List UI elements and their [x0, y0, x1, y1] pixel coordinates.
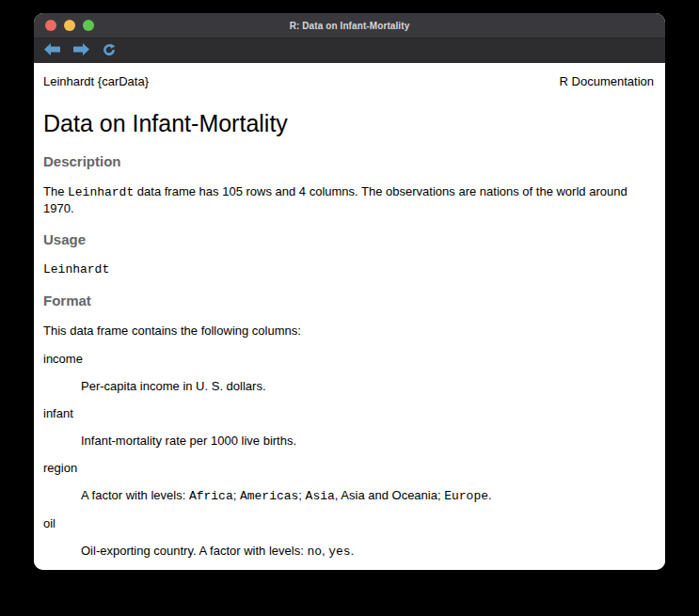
field-desc-income: Per-capita income in U. S. dollars.: [81, 379, 654, 393]
desktop-background: { "titlebar": { "title": "R: Data on Inf…: [0, 0, 699, 616]
field-term-income: income: [43, 352, 654, 366]
page-title: Data on Infant-Mortality: [43, 110, 654, 137]
code-asia: Asia: [306, 489, 335, 503]
code-yes: yes: [328, 545, 350, 559]
description-text: The Leinhardt data frame has 105 rows an…: [43, 183, 654, 216]
usage-code: Leinhardt: [43, 261, 654, 277]
format-intro: This data frame contains the following c…: [43, 323, 654, 339]
field-desc-oil: Oil-exporting country. A factor with lev…: [81, 544, 654, 559]
region-text-part: ;: [298, 488, 305, 502]
region-text-part: .: [488, 488, 492, 502]
usage-heading: Usage: [43, 231, 654, 247]
forward-button[interactable]: [70, 41, 93, 60]
oil-text-part: .: [351, 544, 355, 558]
field-term-oil: oil: [43, 516, 654, 530]
code-leinhardt: Leinhardt: [68, 185, 134, 199]
refresh-button[interactable]: [99, 41, 119, 61]
field-term-infant: infant: [43, 406, 654, 420]
zoom-button[interactable]: [83, 20, 94, 31]
code-europe: Europe: [444, 489, 488, 503]
code-americas: Americas: [240, 489, 298, 503]
region-text-part: ;: [233, 488, 240, 502]
oil-text-part: Oil-exporting country. A factor with lev…: [81, 544, 307, 558]
window-title: R: Data on Infant-Mortality: [34, 21, 665, 31]
code-no: no: [307, 545, 322, 559]
traffic-lights: [45, 20, 94, 31]
doc-meta-row: Leinhardt {carData} R Documentation: [43, 74, 654, 88]
field-term-region: region: [43, 461, 654, 475]
region-text-part: , Asia and Oceania;: [335, 488, 444, 502]
field-desc-infant: Infant-mortality rate per 1000 live birt…: [81, 434, 654, 448]
doc-type-label: R Documentation: [560, 74, 654, 88]
r-help-window: R: Data on Infant-Mortality: [34, 13, 665, 570]
refresh-icon: [103, 43, 116, 59]
back-arrow-icon: [44, 43, 60, 58]
code-africa: Africa: [189, 489, 233, 503]
minimize-button[interactable]: [64, 20, 75, 31]
document-body: Leinhardt {carData} R Documentation Data…: [34, 63, 665, 570]
window-titlebar[interactable]: R: Data on Infant-Mortality: [34, 13, 665, 39]
package-reference: Leinhardt {carData}: [43, 74, 149, 88]
back-button[interactable]: [40, 41, 64, 60]
description-text-part: The: [43, 184, 68, 198]
description-heading: Description: [43, 153, 654, 169]
region-text-part: A factor with levels:: [81, 488, 189, 502]
browser-toolbar: [34, 39, 665, 63]
format-heading: Format: [43, 292, 654, 308]
field-list: income Per-capita income in U. S. dollar…: [43, 352, 654, 559]
close-button[interactable]: [45, 20, 56, 31]
forward-arrow-icon: [73, 43, 89, 58]
field-desc-region: A factor with levels: Africa; Americas; …: [81, 488, 654, 503]
